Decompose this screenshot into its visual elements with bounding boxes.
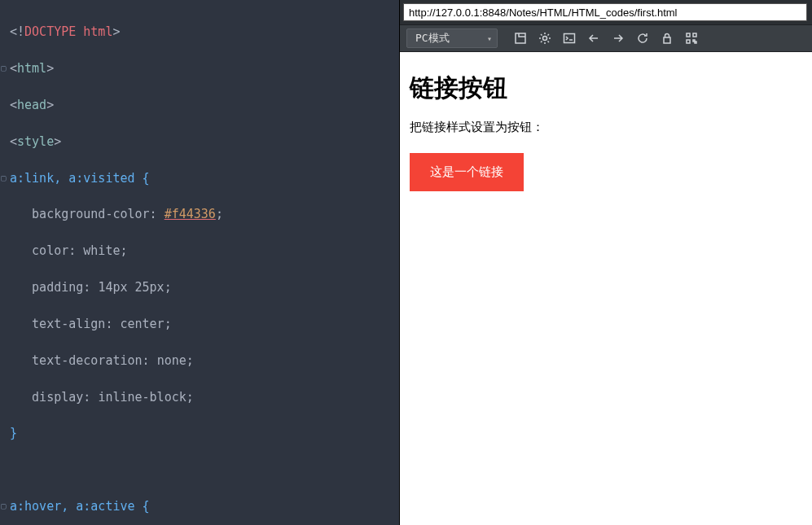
url-input[interactable]	[403, 3, 807, 21]
svg-rect-0	[516, 33, 525, 43]
code-line: ▢a:link, a:visited {	[0, 169, 399, 187]
fold-marker-icon[interactable]: ▢	[1, 169, 7, 187]
code-line: ▢a:hover, a:active {	[0, 497, 399, 515]
new-window-icon[interactable]	[514, 32, 527, 45]
device-mode-label: PC模式	[415, 31, 450, 46]
rendered-page: 链接按钮 把链接样式设置为按钮： 这是一个链接	[400, 52, 812, 525]
back-icon[interactable]	[587, 32, 600, 45]
forward-icon[interactable]	[612, 32, 625, 45]
svg-rect-3	[664, 37, 670, 43]
svg-rect-6	[687, 40, 690, 43]
code-line: background-color: #f44336;	[0, 205, 399, 223]
code-line: <style>	[0, 133, 399, 151]
svg-rect-2	[564, 34, 575, 43]
code-line: text-decoration: none;	[0, 352, 399, 370]
svg-rect-8	[695, 42, 696, 43]
code-line: }	[0, 424, 399, 442]
address-bar-row	[400, 0, 812, 24]
chevron-down-icon: ▾	[487, 34, 492, 43]
code-line: display: inline-block;	[0, 388, 399, 406]
code-line: padding: 14px 25px;	[0, 278, 399, 296]
refresh-icon[interactable]	[636, 32, 649, 45]
page-heading: 链接按钮	[410, 72, 802, 105]
code-line: color: white;	[0, 242, 399, 260]
console-icon[interactable]	[563, 32, 576, 45]
code-line	[0, 461, 399, 479]
fold-marker-icon[interactable]: ▢	[1, 497, 7, 515]
svg-rect-4	[687, 33, 690, 37]
preview-panel: PC模式 ▾ 链接按钮 把链接样式设置为按钮： 这是一个链接	[399, 0, 812, 525]
svg-rect-5	[693, 33, 696, 37]
code-line: <!DOCTYPE html>	[0, 23, 399, 41]
gear-icon[interactable]	[538, 32, 551, 45]
svg-point-1	[543, 37, 547, 41]
code-line: <head>	[0, 96, 399, 114]
styled-link-button[interactable]: 这是一个链接	[410, 153, 524, 191]
page-paragraph: 把链接样式设置为按钮：	[410, 120, 802, 135]
toolbar: PC模式 ▾	[400, 24, 812, 52]
code-editor[interactable]: <!DOCTYPE html> ▢<html> <head> <style> ▢…	[0, 0, 399, 525]
code-line: text-align: center;	[0, 315, 399, 333]
qr-icon[interactable]	[685, 32, 698, 45]
fold-marker-icon[interactable]: ▢	[1, 59, 7, 77]
code-line: ▢<html>	[0, 59, 399, 77]
lock-icon[interactable]	[661, 32, 674, 45]
device-mode-dropdown[interactable]: PC模式 ▾	[406, 28, 498, 48]
